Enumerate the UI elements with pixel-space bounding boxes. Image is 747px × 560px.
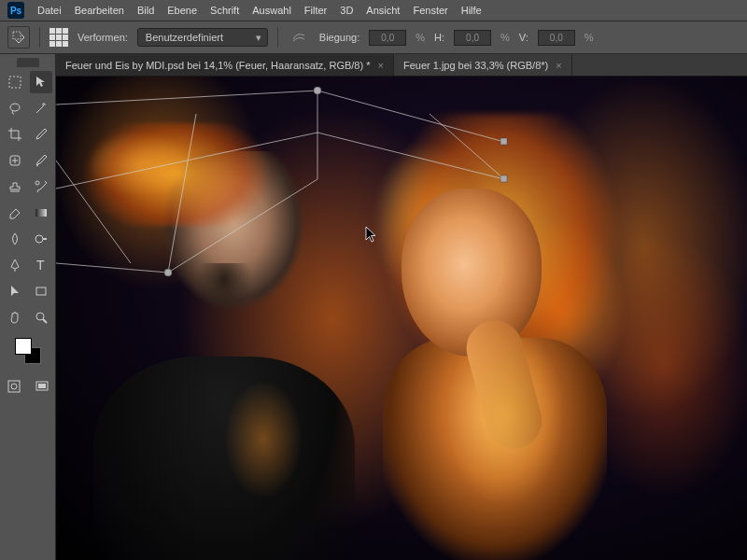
lasso-tool[interactable] <box>4 97 26 119</box>
menu-auswahl[interactable]: Auswahl <box>252 5 291 16</box>
pen-tool[interactable] <box>4 254 26 276</box>
hand-tool[interactable] <box>4 306 26 329</box>
brush-tool[interactable] <box>30 149 52 172</box>
tab-feuer-und-eis[interactable]: Feuer und Eis by MDI.psd bei 14,1% (Feue… <box>56 54 394 76</box>
svg-text:T: T <box>36 258 45 273</box>
warp-grid-icon[interactable] <box>49 28 68 47</box>
svg-rect-1 <box>9 77 21 88</box>
type-tool[interactable]: T <box>30 254 52 276</box>
gradient-tool[interactable] <box>30 202 52 224</box>
crop-tool[interactable] <box>4 123 26 146</box>
svg-rect-0 <box>13 32 21 39</box>
foreground-color[interactable] <box>15 338 32 355</box>
warp-label: Verformen: <box>78 32 128 43</box>
menu-schrift[interactable]: Schrift <box>210 5 239 16</box>
toolbox-grip[interactable] <box>17 58 39 67</box>
divider <box>39 27 40 48</box>
menu-bearbeiten[interactable]: Bearbeiten <box>75 5 124 16</box>
svg-rect-10 <box>8 381 20 392</box>
menu-hilfe[interactable]: Hilfe <box>461 5 482 16</box>
blur-tool[interactable] <box>4 228 26 250</box>
svg-rect-13 <box>38 384 46 388</box>
document-tabs: Feuer und Eis by MDI.psd bei 14,1% (Feue… <box>56 54 747 77</box>
image-content <box>56 77 747 560</box>
magic-wand-tool[interactable] <box>30 97 52 119</box>
rectangle-tool[interactable] <box>30 280 52 302</box>
close-icon[interactable]: × <box>556 60 561 71</box>
divider <box>277 27 278 48</box>
eraser-tool[interactable] <box>4 202 26 224</box>
dodge-tool[interactable] <box>30 228 52 250</box>
zoom-tool[interactable] <box>30 306 52 329</box>
eyedropper-tool[interactable] <box>30 123 52 146</box>
quick-mask-icon[interactable] <box>3 375 25 398</box>
svg-point-9 <box>36 313 44 320</box>
svg-rect-8 <box>36 287 46 295</box>
stamp-tool[interactable] <box>4 175 26 198</box>
tab-label: Feuer 1.jpg bei 33,3% (RGB/8*) <box>403 60 548 71</box>
svg-point-2 <box>10 104 20 111</box>
marquee-tool[interactable] <box>4 71 26 93</box>
svg-rect-5 <box>35 209 47 217</box>
menu-ansicht[interactable]: Ansicht <box>366 5 400 16</box>
healing-brush-tool[interactable] <box>4 149 26 172</box>
percent-sign: % <box>500 32 510 43</box>
options-bar: Verformen: Benutzerdefiniert Biegung: % … <box>0 21 747 54</box>
menu-datei[interactable]: Datei <box>37 5 62 16</box>
color-swatches[interactable] <box>15 338 41 364</box>
warp-preset-select[interactable]: Benutzerdefiniert <box>137 28 268 47</box>
close-icon[interactable]: × <box>377 60 383 71</box>
tab-feuer-1[interactable]: Feuer 1.jpg bei 33,3% (RGB/8*) × <box>394 54 572 76</box>
menu-bild[interactable]: Bild <box>137 5 154 16</box>
svg-point-11 <box>11 384 17 389</box>
svg-point-6 <box>35 235 43 243</box>
history-brush-tool[interactable] <box>30 175 52 198</box>
app-logo: Ps <box>7 2 24 19</box>
move-tool[interactable] <box>30 71 52 93</box>
svg-point-4 <box>35 181 39 185</box>
menu-filter[interactable]: Filter <box>304 5 327 16</box>
menu-bar: Ps Datei Bearbeiten Bild Ebene Schrift A… <box>0 0 747 21</box>
tool-preset-icon[interactable] <box>7 26 30 49</box>
toolbox: T <box>0 54 56 560</box>
screen-mode-icon[interactable] <box>31 375 53 398</box>
h-label: H: <box>434 32 444 43</box>
v-input[interactable] <box>538 30 575 46</box>
bend-input[interactable] <box>369 30 406 46</box>
tab-label: Feuer und Eis by MDI.psd bei 14,1% (Feue… <box>65 60 370 71</box>
v-label: V: <box>519 32 529 43</box>
canvas[interactable] <box>56 77 747 560</box>
menu-3d[interactable]: 3D <box>340 5 353 16</box>
bend-label: Biegung: <box>319 32 359 43</box>
h-input[interactable] <box>454 30 491 46</box>
percent-sign: % <box>416 32 425 43</box>
orientation-icon[interactable] <box>288 26 310 49</box>
menu-fenster[interactable]: Fenster <box>413 5 447 16</box>
path-selection-tool[interactable] <box>4 280 26 302</box>
menu-ebene[interactable]: Ebene <box>167 5 197 16</box>
percent-sign: % <box>585 32 594 43</box>
document-area: Feuer und Eis by MDI.psd bei 14,1% (Feue… <box>56 54 747 560</box>
